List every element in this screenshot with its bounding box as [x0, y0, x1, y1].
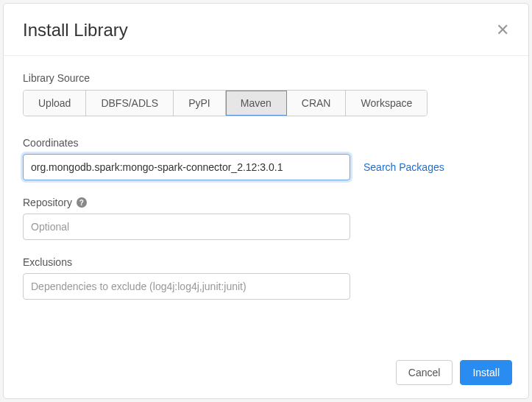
exclusions-section: Exclusions	[23, 256, 509, 300]
modal-header: Install Library ✕	[4, 4, 528, 56]
tab-cran[interactable]: CRAN	[287, 91, 347, 116]
cancel-button[interactable]: Cancel	[396, 360, 453, 385]
library-source-tabs: Upload DBFS/ADLS PyPI Maven CRAN Workspa…	[23, 90, 428, 116]
coordinates-label: Coordinates	[23, 137, 509, 149]
tab-workspace[interactable]: Workspace	[346, 91, 427, 116]
tab-upload[interactable]: Upload	[24, 91, 86, 116]
tab-pypi[interactable]: PyPI	[174, 91, 226, 116]
tab-maven[interactable]: Maven	[226, 91, 287, 116]
exclusions-label: Exclusions	[23, 256, 509, 268]
exclusions-input[interactable]	[23, 273, 350, 300]
help-icon[interactable]: ?	[77, 197, 87, 208]
library-source-section: Library Source Upload DBFS/ADLS PyPI Mav…	[23, 72, 509, 116]
modal-body: Library Source Upload DBFS/ADLS PyPI Mav…	[4, 56, 528, 350]
install-library-modal: Install Library ✕ Library Source Upload …	[3, 3, 529, 399]
install-button[interactable]: Install	[460, 360, 512, 385]
repository-input[interactable]	[23, 214, 350, 240]
repository-label-text: Repository	[23, 197, 72, 208]
coordinates-input[interactable]	[23, 154, 350, 180]
close-button[interactable]: ✕	[496, 22, 509, 38]
coordinates-section: Coordinates Search Packages	[23, 137, 509, 180]
search-packages-link[interactable]: Search Packages	[363, 161, 444, 173]
modal-title: Install Library	[23, 20, 128, 40]
close-icon: ✕	[496, 21, 509, 39]
repository-section: Repository ?	[23, 197, 509, 240]
repository-label: Repository ?	[23, 197, 509, 208]
modal-footer: Cancel Install	[4, 350, 528, 398]
coordinates-row: Search Packages	[23, 154, 509, 180]
tab-dbfs-adls[interactable]: DBFS/ADLS	[86, 91, 174, 116]
library-source-label: Library Source	[23, 72, 509, 84]
